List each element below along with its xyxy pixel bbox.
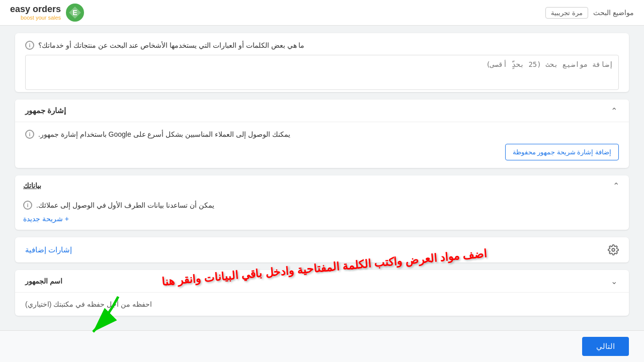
bottom-bar: التالي — [0, 330, 644, 362]
add-audience-button[interactable]: إضافة إشارة شريحة جمهور محفوظة — [505, 144, 619, 160]
your-data-chevron-up: ⌃ — [611, 180, 621, 191]
your-data-header[interactable]: ⌃ بياناتك — [15, 175, 629, 196]
audience-signal-header[interactable]: ⌃ إشارة جمهور — [15, 100, 629, 122]
svg-point-3 — [612, 248, 615, 251]
audience-name-label: اسم الجمهور — [25, 277, 62, 285]
your-data-title: بياناتك — [23, 182, 41, 190]
topics-textarea[interactable] — [25, 55, 619, 90]
header-nav: مواضيع البحث مرة تجريبية — [545, 7, 634, 19]
logo-icon: E — [65, 3, 85, 23]
audience-signal-desc-text: يمكنك الوصول إلى العملاء المناسبين بشكل … — [38, 130, 290, 138]
audience-signal-description: يمكنك الوصول إلى العملاء المناسبين بشكل … — [25, 130, 619, 139]
audience-name-desc: احفظه من أجل حفظه في مكتبتك (اختياري) — [25, 300, 152, 308]
audience-name-section-header[interactable]: ⌄ اسم الجمهور — [15, 270, 629, 293]
chevron-up-icon: ⌃ — [609, 106, 619, 116]
svg-text:E: E — [72, 9, 77, 17]
audience-name-chevron-down: ⌄ — [609, 276, 619, 286]
audience-signal-card: ⌃ إشارة جمهور يمكنك الوصول إلى العملاء ا… — [15, 100, 629, 168]
search-topics-card: ما هي بعض الكلمات أو العبارات التي يستخد… — [15, 33, 629, 92]
next-button[interactable]: التالي — [582, 337, 629, 356]
question-text: ما هي بعض الكلمات أو العبارات التي يستخد… — [38, 41, 304, 49]
audience-signal-body: يمكنك الوصول إلى العملاء المناسبين بشكل … — [15, 122, 629, 168]
gear-icon[interactable] — [608, 244, 619, 255]
your-data-info-icon[interactable]: i — [23, 201, 32, 210]
textarea-container — [25, 55, 619, 92]
header: مواضيع البحث مرة تجريبية E easy orders b… — [0, 0, 644, 26]
your-data-card: ⌃ بياناتك يمكن أن تساعدنا بيانات الطرف ا… — [15, 175, 629, 230]
logo-text: easy orders boost your sales — [10, 5, 61, 21]
add-new-segment-link[interactable]: + شريحة جديدة — [23, 215, 621, 223]
audience-name-card: ⌄ اسم الجمهور احفظه من أجل حفظه في مكتبت… — [15, 270, 629, 316]
your-data-desc-text: يمكن أن تساعدنا بيانات الطرف الأول في ال… — [36, 201, 214, 209]
audience-name-description-row: احفظه من أجل حفظه في مكتبتك (اختياري) — [25, 300, 619, 308]
audience-info-icon[interactable]: i — [25, 130, 34, 139]
your-data-description: يمكن أن تساعدنا بيانات الطرف الأول في ال… — [23, 201, 621, 210]
logo-main: easy orders — [10, 5, 61, 15]
main-content: ما هي بعض الكلمات أو العبارات التي يستخد… — [0, 26, 644, 362]
logo-sub: boost your sales — [10, 15, 61, 21]
logo-area: E easy orders boost your sales — [10, 3, 85, 23]
additional-signals-title: إشارات إضافية — [25, 245, 72, 254]
trial-badge: مرة تجريبية — [545, 7, 588, 19]
your-data-body: يمكن أن تساعدنا بيانات الطرف الأول في ال… — [15, 196, 629, 230]
audience-name-body: احفظه من أجل حفظه في مكتبتك (اختياري) — [15, 293, 629, 316]
info-icon[interactable]: i — [25, 41, 34, 50]
question-row: ما هي بعض الكلمات أو العبارات التي يستخد… — [15, 33, 629, 55]
audience-signal-title: إشارة جمهور — [25, 106, 66, 115]
additional-signals-card: إشارات إضافية — [15, 237, 629, 262]
nav-topics[interactable]: مواضيع البحث — [593, 9, 634, 17]
